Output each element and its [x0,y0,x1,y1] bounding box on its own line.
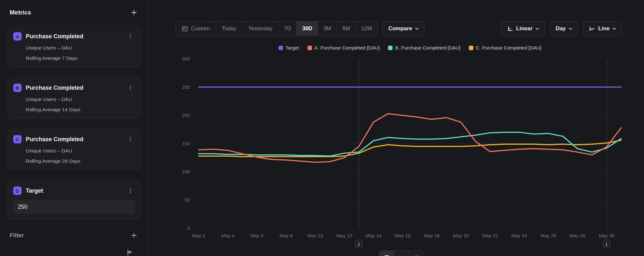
target-title: Target [26,187,43,194]
large-card-view-button[interactable] [379,251,394,256]
metric-badge-a: A [13,32,22,41]
range-tab-3m[interactable]: 3M [318,22,337,36]
range-tab-6m[interactable]: 6M [336,22,355,36]
x-axis-label: May 14 [365,233,381,238]
x-axis-label: May 12 [336,233,352,238]
chevron-down-icon [612,28,616,30]
x-axis-label: May 2 [192,233,205,238]
chart-legend: TargetA. Purchase Completed [DAU]B. Purc… [199,45,621,50]
filter-section: Filter [10,231,138,240]
metrics-sidebar: Metrics A Purchase Completed Unique User… [0,0,148,256]
x-axis-label: May 16 [395,233,411,238]
legend-swatch [388,46,393,50]
x-axis-label: May 10 [307,233,323,238]
x-axis-label: May 18 [424,233,440,238]
x-axis-label: May 26 [540,233,556,238]
granularity-label: Day [556,25,566,32]
metric-rolling-window: Rolling Average 7 Days [26,55,135,61]
range-tab-label: 6M [342,25,350,32]
target-card[interactable]: D Target [8,181,140,220]
chevron-down-icon [535,28,539,30]
range-tab-yesterday[interactable]: Yesterday [242,22,278,36]
compact-card-view-button[interactable] [409,251,424,256]
compact-card-view-icon [413,254,421,256]
collapse-sidebar-button[interactable] [125,248,134,256]
range-tab-label: 3M [324,25,331,32]
scale-label: Linear [516,25,533,32]
date-range-toolbar: Custom Today Yesterday 7D 30D 3M 6M 12M … [175,21,425,36]
metric-card-c-head: C Purchase Completed [13,135,135,143]
metric-card-a[interactable]: A Purchase Completed Unique Users – DAU … [8,27,140,67]
chart-type-selector-button[interactable]: Line [583,21,622,36]
granularity-selector-button[interactable]: Day [550,21,578,36]
wide-card-view-icon [398,254,406,256]
legend-item-c-purchase-completed-dau-[interactable]: C. Purchase Completed [DAU] [469,45,541,50]
range-tab-label: 7D [284,25,291,32]
range-tab-label: 30D [302,25,312,32]
metric-card-b-head: B Purchase Completed [13,84,135,92]
legend-swatch [308,46,312,50]
metric-menu-button[interactable] [126,187,135,195]
x-axis-label: May 30 [599,233,614,238]
kebab-menu-icon [128,85,133,91]
add-metric-button[interactable] [130,8,138,17]
y-axis-label: 300 [182,56,190,61]
x-axis-label: May 8 [279,233,293,238]
add-filter-button[interactable] [130,231,138,240]
metric-title: Purchase Completed [26,136,83,143]
legend-label: C. Purchase Completed [DAU] [476,45,541,50]
metric-card-c[interactable]: C Purchase Completed Unique Users – DAU … [8,130,140,170]
legend-label: A. Purchase Completed [DAU] [315,45,380,50]
date-range-tabs: Custom Today Yesterday 7D 30D 3M 6M 12M [175,21,378,36]
metric-title: Purchase Completed [26,85,83,91]
y-axis-label: 150 [182,141,190,146]
wide-card-view-button[interactable] [394,251,409,256]
metric-title: Purchase Completed [26,33,83,40]
range-tab-7d[interactable]: 7D [278,22,297,36]
chart-type-label: Line [598,25,610,32]
kebab-menu-icon [128,136,133,142]
plus-icon [130,9,137,16]
chevron-down-icon [415,28,419,30]
metric-rolling-window: Rolling Average 28 Days [26,158,135,164]
y-axis-label: 200 [182,113,190,118]
compare-button[interactable]: Compare [382,21,425,36]
x-axis-label: May 24 [511,233,527,238]
metric-card-b[interactable]: B Purchase Completed Unique Users – DAU … [8,78,140,118]
target-value-input[interactable] [13,200,135,214]
metric-badge-b: B [13,84,22,92]
y-axis-label: 100 [182,169,190,174]
range-tab-label: Yesterday [248,25,272,32]
metric-rolling-window: Rolling Average 14 Days [26,107,135,113]
y-axis-label: 0 [187,225,190,231]
metrics-header: Metrics [10,8,138,17]
range-tab-label: Custom [191,25,210,32]
legend-swatch [279,46,283,50]
metric-menu-button[interactable] [126,135,135,143]
x-axis-label: May 4 [221,233,234,238]
plus-icon [130,232,137,239]
y-axis-label: 50 [185,197,190,203]
metric-menu-button[interactable] [126,32,135,41]
range-tab-30d[interactable]: 30D [297,22,318,36]
annotation-badge-label: 1 [605,242,608,247]
line-chart-canvas[interactable]: 050100150200250300May 2May 4May 6May 8Ma… [180,53,638,252]
range-tab-today[interactable]: Today [216,22,242,36]
legend-item-b-purchase-completed-dau-[interactable]: B. Purchase Completed [DAU] [388,45,460,50]
metric-card-a-head: A Purchase Completed [13,32,135,41]
chart-panel: Custom Today Yesterday 7D 30D 3M 6M 12M … [148,0,644,256]
x-axis-label: May 22 [482,233,498,238]
kebab-menu-icon [128,188,133,194]
annotation-badge-label: 1 [358,242,360,247]
metric-menu-button[interactable] [126,84,135,92]
kebab-menu-icon [128,33,133,39]
x-axis-label: May 6 [251,233,264,238]
metric-measure: Unique Users – DAU [26,96,135,102]
legend-label: Target [286,45,299,50]
legend-item-target[interactable]: Target [279,45,299,50]
range-tab-12m[interactable]: 12M [355,22,377,36]
range-tab-custom[interactable]: Custom [176,22,216,36]
chevron-down-icon [569,28,572,30]
legend-item-a-purchase-completed-dau-[interactable]: A. Purchase Completed [DAU] [308,45,380,50]
scale-selector-button[interactable]: Linear [501,21,545,36]
